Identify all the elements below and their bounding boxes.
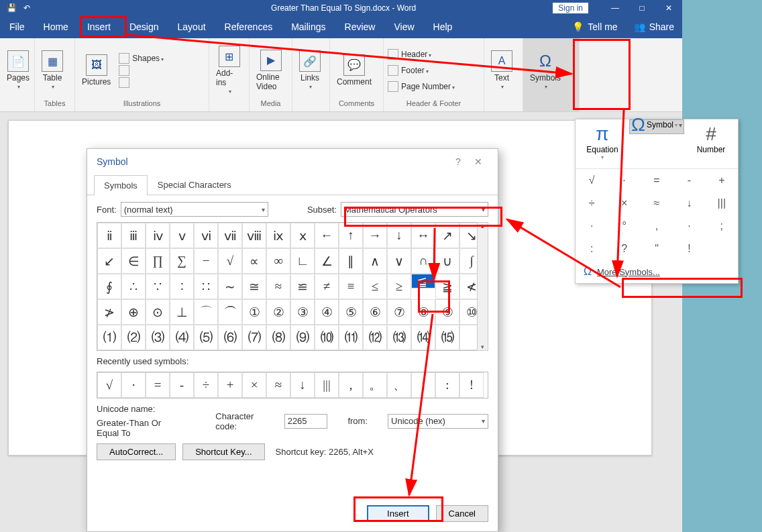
scrollbar[interactable]: ▴ ▾ <box>477 222 488 351</box>
char-cell[interactable]: ∟ <box>290 248 315 274</box>
text-button[interactable]: AText <box>488 49 515 91</box>
tab-review[interactable]: Review <box>335 15 385 38</box>
char-cell[interactable]: ③ <box>290 299 315 325</box>
equation-button[interactable]: πEquation▾ <box>576 119 629 168</box>
char-cell[interactable]: ← <box>315 223 339 248</box>
tab-mailings[interactable]: Mailings <box>282 15 335 38</box>
char-cell[interactable]: ⑹ <box>218 325 242 350</box>
recent-cell[interactable]: √ <box>97 372 121 398</box>
char-cell[interactable]: ↓ <box>387 223 411 248</box>
table-button[interactable]: ▦Table <box>39 49 66 91</box>
recent-cell[interactable]: ! <box>459 372 484 398</box>
pagenum-button[interactable]: Page Number <box>388 81 455 92</box>
quick-symbol[interactable]: ||| <box>706 192 738 215</box>
tab-layout[interactable]: Layout <box>168 15 215 38</box>
from-select[interactable]: Unicode (hex) <box>388 414 488 429</box>
quick-symbol[interactable]: · <box>673 215 705 237</box>
share-button[interactable]: 👥Share <box>626 21 682 32</box>
header-button[interactable]: Header <box>388 49 455 60</box>
insert-button[interactable]: Insert <box>367 505 429 522</box>
addins-button[interactable]: ⊞Add-ins <box>213 44 245 96</box>
maximize-icon[interactable]: □ <box>629 0 655 15</box>
recent-cell[interactable]: ; <box>411 372 435 398</box>
char-cell[interactable]: ∠ <box>315 248 339 274</box>
char-cell[interactable]: ∵ <box>146 274 170 299</box>
char-cell[interactable]: ⑺ <box>242 325 266 350</box>
char-cell[interactable]: ↑ <box>339 223 363 248</box>
char-cell[interactable]: ⅹ <box>290 223 315 248</box>
quick-symbol[interactable]: ; <box>706 215 738 237</box>
char-cell[interactable]: ≧ <box>435 274 459 299</box>
char-cell[interactable]: ② <box>266 299 290 325</box>
char-cell[interactable]: ④ <box>315 299 339 325</box>
subset-select[interactable]: Mathematical Operators <box>341 202 488 217</box>
autocorrect-button[interactable]: AutoCorrect... <box>97 443 176 460</box>
shapes-button[interactable]: Shapes <box>119 53 164 64</box>
char-cell[interactable]: ⅳ <box>146 223 170 248</box>
quick-symbol[interactable]: " <box>641 237 673 260</box>
char-cell[interactable]: ⅷ <box>242 223 266 248</box>
char-cell[interactable]: ≦ <box>411 274 435 288</box>
char-cell[interactable]: ⊕ <box>121 299 146 325</box>
quick-symbol[interactable]: √ <box>576 169 608 192</box>
quick-symbol[interactable]: ! <box>673 237 705 260</box>
tab-view[interactable]: View <box>384 15 423 38</box>
char-cell[interactable]: ↙ <box>97 248 121 274</box>
char-cell[interactable]: ⅸ <box>266 223 290 248</box>
charcode-input[interactable]: 2265 <box>284 414 328 429</box>
char-cell[interactable]: ∩ <box>411 248 435 274</box>
close-icon[interactable]: ✕ <box>468 156 488 167</box>
char-cell[interactable]: ⑿ <box>363 325 387 350</box>
char-cell[interactable]: ∴ <box>121 274 146 299</box>
char-cell[interactable]: ∝ <box>242 248 266 274</box>
tell-me[interactable]: 💡Tell me <box>564 21 625 32</box>
tab-references[interactable]: References <box>215 15 282 38</box>
char-cell[interactable]: ≡ <box>339 274 363 299</box>
recent-cell[interactable]: ÷ <box>194 372 218 398</box>
font-select[interactable]: (normal text) <box>121 202 268 217</box>
char-cell[interactable]: ⑴ <box>97 325 121 350</box>
char-cell[interactable]: ≥ <box>387 274 411 299</box>
recent-cell[interactable]: = <box>146 372 170 398</box>
quick-symbol[interactable]: ° <box>608 215 640 237</box>
shortcutkey-button[interactable]: Shortcut Key... <box>182 443 264 460</box>
char-cell[interactable]: ∪ <box>435 248 459 274</box>
recent-cell[interactable]: ≈ <box>266 372 290 398</box>
tab-special[interactable]: Special Characters <box>148 174 241 195</box>
char-cell[interactable]: ⒂ <box>435 325 459 350</box>
char-cell[interactable]: ∷ <box>194 274 218 299</box>
char-cell[interactable]: ⑼ <box>290 325 315 350</box>
quick-symbol[interactable]: ↓ <box>673 192 705 215</box>
recent-cell[interactable]: , <box>339 372 363 398</box>
char-cell[interactable]: √ <box>218 248 242 274</box>
char-cell[interactable]: ∼ <box>218 274 242 299</box>
quick-symbol[interactable]: : <box>576 237 608 260</box>
char-cell[interactable]: ⑵ <box>121 325 146 350</box>
char-cell[interactable]: ⑧ <box>411 299 435 325</box>
tab-design[interactable]: Design <box>120 15 168 38</box>
char-cell[interactable]: ① <box>242 299 266 325</box>
char-cell[interactable]: ≌ <box>290 274 315 299</box>
char-grid[interactable]: ⅱⅲⅳⅴⅵⅶⅷⅸⅹ←↑→↓↔↗↘↙∈∏∑−√∝∞∟∠∥∧∨∩∪∫∮∴∵∶∷∼≅≈… <box>97 222 488 351</box>
char-cell[interactable]: ⅱ <box>97 223 121 248</box>
more-symbols-button[interactable]: ΩMore Symbols... <box>576 260 738 283</box>
char-cell[interactable]: ∧ <box>363 248 387 274</box>
char-cell[interactable]: ↗ <box>435 223 459 248</box>
char-cell[interactable]: ∥ <box>339 248 363 274</box>
char-cell[interactable]: ≅ <box>242 274 266 299</box>
recent-cell[interactable]: : <box>435 372 459 398</box>
models-button[interactable] <box>119 77 164 88</box>
tab-insert[interactable]: Insert <box>78 15 120 38</box>
char-cell[interactable]: ≠ <box>315 274 339 299</box>
tab-home[interactable]: Home <box>34 15 78 38</box>
pictures-button[interactable]: 🖼Pictures <box>79 53 113 88</box>
icons-button[interactable] <box>119 65 164 76</box>
char-cell[interactable]: → <box>363 223 387 248</box>
char-cell[interactable]: ⑽ <box>315 325 339 350</box>
char-cell[interactable]: ⑾ <box>339 325 363 350</box>
char-cell[interactable]: ⊙ <box>146 299 170 325</box>
quick-symbol[interactable]: ≈ <box>641 192 673 215</box>
char-cell[interactable]: ∞ <box>266 248 290 274</box>
char-cell[interactable]: ⅲ <box>121 223 146 248</box>
footer-button[interactable]: Footer <box>388 65 455 76</box>
